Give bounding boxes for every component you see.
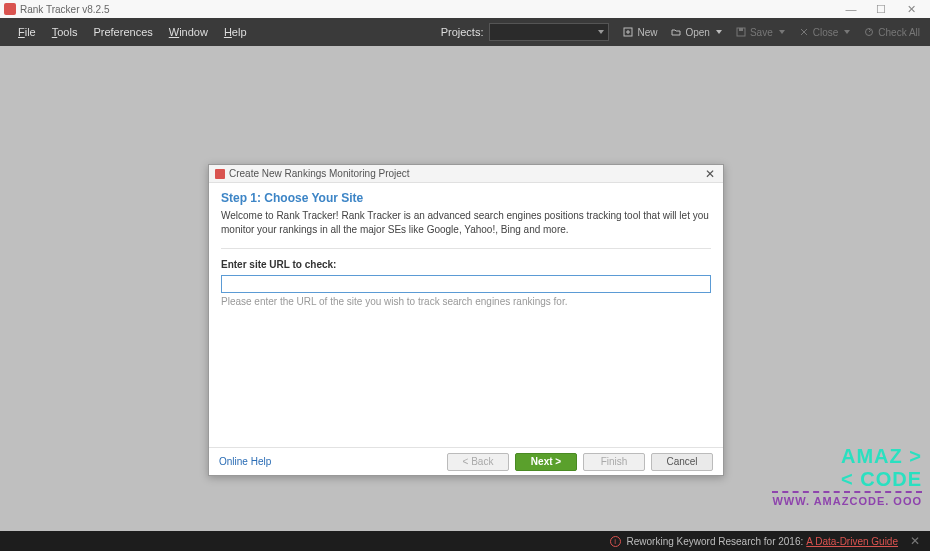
close-window-button[interactable]: ✕ [896,0,926,18]
site-url-input[interactable] [221,275,711,293]
refresh-icon [864,27,874,37]
dialog-title-bar: Create New Rankings Monitoring Project ✕ [209,165,723,183]
watermark-line2: < CODE [772,468,922,491]
url-field-hint: Please enter the URL of the site you wis… [221,296,711,307]
next-button[interactable]: Next > [515,453,577,471]
dialog-title-text: Create New Rankings Monitoring Project [229,168,703,179]
menu-preferences[interactable]: Preferences [85,26,160,38]
new-icon [623,27,633,37]
open-icon [671,27,681,37]
window-title: Rank Tracker v8.2.5 [20,4,836,15]
app-icon [215,169,225,179]
status-bar: i Reworking Keyword Research for 2016: A… [0,531,930,551]
projects-dropdown[interactable] [489,23,609,41]
save-button[interactable]: Save [736,27,785,38]
app-icon [4,3,16,15]
check-all-button[interactable]: Check All [864,27,920,38]
status-close-button[interactable]: ✕ [910,534,920,548]
step-title: Step 1: Choose Your Site [221,191,711,205]
dialog-footer: Online Help < Back Next > Finish Cancel [209,447,723,475]
dialog-body: Step 1: Choose Your Site Welcome to Rank… [209,183,723,307]
menu-bar: File Tools Preferences Window Help Proje… [0,18,930,46]
menu-window[interactable]: Window [161,26,216,38]
window-controls: — ☐ ✕ [836,0,926,18]
cancel-button[interactable]: Cancel [651,453,713,471]
open-button[interactable]: Open [671,27,721,38]
new-button[interactable]: New [623,27,657,38]
status-link[interactable]: A Data-Driven Guide [806,536,898,547]
finish-button[interactable]: Finish [583,453,645,471]
status-message: Reworking Keyword Research for 2016: [627,536,804,547]
menu-tools[interactable]: Tools [44,26,86,38]
save-icon [736,27,746,37]
close-icon [799,27,809,37]
save-label: Save [750,27,773,38]
step-description: Welcome to Rank Tracker! Rank Tracker is… [221,209,711,236]
new-label: New [637,27,657,38]
projects-label: Projects: [441,26,484,38]
divider [221,248,711,249]
dialog-close-button[interactable]: ✕ [703,167,717,181]
menu-file[interactable]: File [10,26,44,38]
svg-rect-4 [739,28,743,31]
title-bar: Rank Tracker v8.2.5 — ☐ ✕ [0,0,930,18]
watermark-line1: AMAZ > [772,445,922,468]
check-all-label: Check All [878,27,920,38]
workspace: Create New Rankings Monitoring Project ✕… [0,46,930,531]
maximize-button[interactable]: ☐ [866,0,896,18]
minimize-button[interactable]: — [836,0,866,18]
watermark-line3: WWW. AMAZCODE. OOO [772,491,922,507]
info-icon: i [610,536,621,547]
url-field-label: Enter site URL to check: [221,259,711,270]
open-label: Open [685,27,709,38]
close-label: Close [813,27,839,38]
close-project-button[interactable]: Close [799,27,851,38]
new-project-dialog: Create New Rankings Monitoring Project ✕… [208,164,724,476]
back-button[interactable]: < Back [447,453,509,471]
watermark: AMAZ > < CODE WWW. AMAZCODE. OOO [772,445,922,507]
menu-help[interactable]: Help [216,26,255,38]
online-help-link[interactable]: Online Help [219,456,271,467]
